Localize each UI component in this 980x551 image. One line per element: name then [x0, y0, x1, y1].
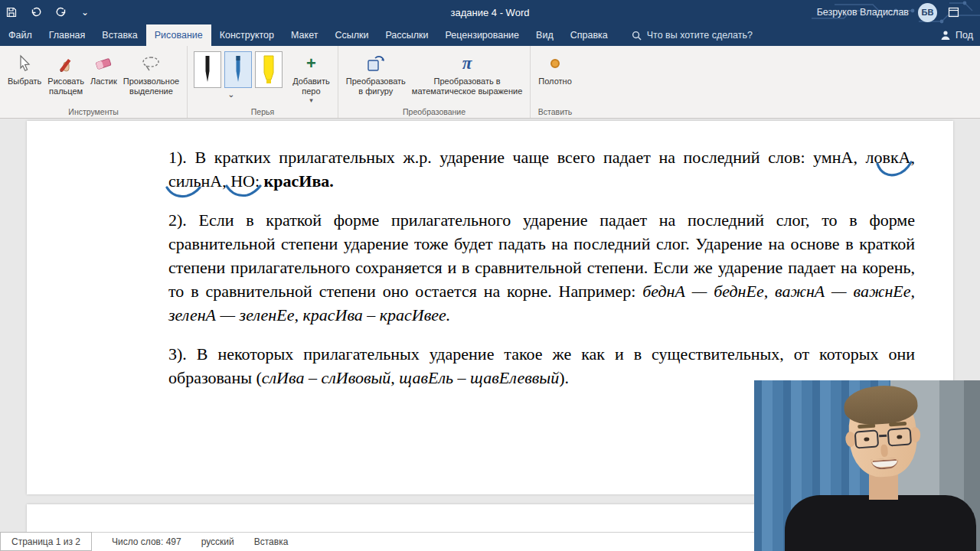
black-pen-icon — [200, 54, 215, 85]
select-label: Выбрать — [8, 77, 41, 86]
webcam-person-shoulders — [785, 495, 976, 551]
lasso-select-label: Произвольное выделение — [123, 77, 179, 96]
tell-me-search[interactable]: Что вы хотите сделать? — [632, 24, 753, 46]
lasso-select-button[interactable]: Произвольное выделение — [121, 48, 181, 97]
select-button[interactable]: Выбрать — [5, 48, 44, 88]
customize-qat-button[interactable]: ⌄ — [78, 5, 92, 19]
ribbon-tab-bar: Файл Главная Вставка Рисование Конструкт… — [0, 24, 980, 46]
ink-to-shape-icon — [366, 52, 386, 75]
document-text: 1). В кратких прилагательных ж.р. ударен… — [27, 121, 953, 390]
search-placeholder: Что вы хотите сделать? — [647, 30, 753, 41]
ribbon-display-options-button[interactable] — [946, 6, 960, 18]
redo-icon — [54, 6, 67, 18]
draw-with-finger-label: Рисовать пальцем — [47, 77, 84, 96]
pen-black[interactable] — [194, 51, 221, 88]
group-tools: Выбрать Рисовать пальцем — [0, 46, 187, 118]
ink-to-math-label: Преобразовать в математическое выражение — [412, 77, 522, 96]
undo-icon — [30, 6, 43, 18]
account-avatar[interactable]: БВ — [918, 3, 937, 22]
webcam-person-nose — [880, 445, 888, 458]
tab-file[interactable]: Файл — [0, 24, 41, 46]
status-word-count[interactable]: Число слов: 497 — [112, 536, 181, 547]
dropdown-arrow-icon: ▾ — [309, 96, 313, 104]
tab-mailings[interactable]: Рассылки — [377, 24, 436, 46]
ink-to-shape-button[interactable]: Преобразовать в фигуру — [344, 48, 408, 97]
paragraph-2: 2). Если в краткой форме прилагательного… — [168, 208, 915, 327]
tab-review[interactable]: Рецензирование — [437, 24, 528, 46]
canvas-icon — [550, 59, 560, 68]
pen-gallery-more-chevron-icon[interactable]: ⌄ — [227, 90, 234, 99]
pen-highlighter-yellow[interactable] — [255, 51, 283, 88]
ribbon-display-options-icon — [948, 7, 959, 18]
drawing-canvas-button[interactable]: Полотно — [536, 48, 573, 88]
eraser-icon — [93, 52, 113, 75]
eraser-button[interactable]: Ластик — [88, 48, 119, 88]
group-label-tools: Инструменты — [0, 107, 187, 116]
redo-button[interactable] — [54, 5, 67, 19]
save-icon — [5, 6, 18, 18]
tab-design[interactable]: Конструктор — [211, 24, 283, 46]
webcam-person-mouth — [871, 458, 899, 470]
status-page-number[interactable]: Страница 1 из 2 — [0, 532, 92, 551]
ink-to-math-button[interactable]: π Преобразовать в математическое выражен… — [410, 48, 524, 97]
tab-view[interactable]: Вид — [528, 24, 562, 46]
save-button[interactable] — [5, 5, 18, 19]
person-icon — [940, 30, 951, 41]
finger-pen-icon — [57, 52, 75, 75]
add-pen-label: Добавить перо — [292, 77, 330, 96]
chevron-down-icon: ⌄ — [81, 7, 89, 18]
status-insert-mode[interactable]: Вставка — [254, 536, 289, 547]
pi-icon: π — [462, 54, 472, 73]
tab-draw[interactable]: Рисование — [146, 24, 211, 46]
group-label-insert: Вставить — [531, 107, 579, 116]
plus-icon: + — [306, 55, 316, 72]
drawing-canvas-label: Полотно — [538, 77, 571, 86]
tab-layout[interactable]: Макет — [283, 24, 326, 46]
pen-blue-selected[interactable] — [224, 51, 252, 88]
ribbon: Выбрать Рисовать пальцем — [0, 46, 980, 119]
webcam-person-eyebrow — [889, 422, 906, 427]
group-insert-canvas: Полотно Вставить — [530, 46, 579, 118]
pen-gallery: ⌄ — [192, 48, 284, 88]
search-icon — [632, 31, 642, 41]
add-pen-button[interactable]: + Добавить перо ▾ — [290, 48, 332, 106]
group-label-convert: Преобразование — [338, 107, 531, 116]
word-window: ⌄ задание 4 - Word Безруков Владислав БВ… — [0, 0, 980, 551]
undo-button[interactable] — [29, 5, 43, 19]
account-name[interactable]: Безруков Владислав — [817, 7, 909, 18]
blue-pen-icon — [230, 54, 246, 85]
draw-with-finger-button[interactable]: Рисовать пальцем — [45, 48, 87, 97]
titlebar-right: Безруков Владислав БВ — [817, 0, 960, 24]
lasso-icon — [141, 52, 161, 75]
webcam-person-eyebrow — [858, 424, 875, 429]
tab-help[interactable]: Справка — [562, 24, 616, 46]
tab-insert[interactable]: Вставка — [93, 24, 145, 46]
webcam-overlay — [754, 380, 980, 551]
quick-access-toolbar: ⌄ — [5, 0, 92, 24]
status-language[interactable]: русский — [201, 536, 234, 547]
eraser-label: Ластик — [90, 77, 117, 86]
title-bar: ⌄ задание 4 - Word Безруков Владислав БВ — [0, 0, 980, 24]
tab-home[interactable]: Главная — [41, 24, 94, 46]
tab-references[interactable]: Ссылки — [326, 24, 377, 46]
cursor-icon — [16, 52, 33, 75]
ink-to-shape-label: Преобразовать в фигуру — [346, 77, 406, 96]
paragraph-1: 1). В кратких прилагательных ж.р. ударен… — [168, 145, 915, 193]
group-pens: ⌄ + Добавить перо ▾ Перья — [187, 46, 338, 118]
group-convert: Преобразовать в фигуру π Преобразовать в… — [338, 46, 531, 118]
share-label: Под — [956, 30, 973, 41]
highlighter-icon — [260, 54, 277, 85]
share-button[interactable]: Под — [940, 24, 980, 46]
group-label-pens: Перья — [188, 107, 338, 116]
